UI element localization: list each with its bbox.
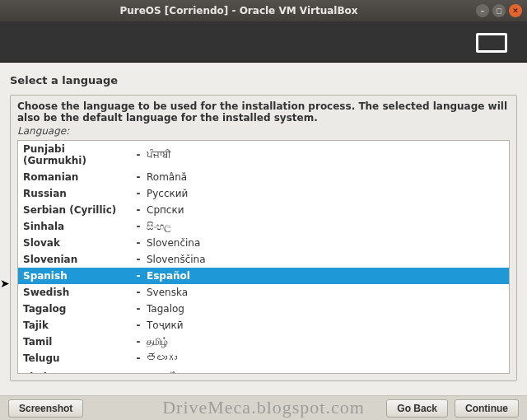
separator: - — [130, 371, 147, 374]
logo-placeholder-icon — [476, 33, 507, 53]
language-english-name: Romanian — [23, 171, 130, 183]
language-native-name: ภาษาไทย — [147, 369, 189, 373]
separator: - — [130, 188, 147, 199]
separator: - — [130, 320, 147, 331]
language-row[interactable]: Russian-Русский — [18, 185, 509, 202]
language-row[interactable]: Romanian-Română — [18, 169, 509, 185]
language-row[interactable]: Serbian (Cyrillic)-Српски — [18, 202, 509, 218]
language-english-name: Punjabi (Gurmukhi) — [23, 143, 130, 166]
language-row[interactable]: Spanish-Español — [18, 268, 509, 284]
language-english-name: Tamil — [23, 336, 130, 348]
language-row[interactable]: Slovak-Slovenčina — [18, 235, 509, 251]
language-native-name: Svenska — [147, 287, 188, 298]
page-title: Select a language — [10, 74, 517, 86]
screenshot-button[interactable]: Screenshot — [8, 399, 83, 418]
separator: - — [130, 237, 147, 249]
language-native-name: తెలుగు — [147, 352, 177, 364]
language-native-name: தமிழ் — [147, 336, 168, 348]
language-listbox: Punjabi (Gurmukhi)-ਪੰਜਾਬੀRomanian-Română… — [17, 140, 510, 374]
language-row[interactable]: Swedish-Svenska — [18, 284, 509, 301]
language-native-name: Español — [147, 270, 190, 282]
maximize-button[interactable]: ◻ — [492, 4, 506, 17]
bottom-toolbar: Screenshot Go Back Continue — [0, 395, 527, 420]
language-row[interactable]: Slovenian-Slovenščina — [18, 251, 509, 268]
separator: - — [130, 149, 147, 161]
language-english-name: Sinhala — [23, 221, 130, 232]
language-scroll-area[interactable]: Punjabi (Gurmukhi)-ਪੰਜਾਬੀRomanian-Română… — [18, 141, 509, 373]
separator: - — [130, 221, 147, 232]
separator: - — [130, 171, 147, 183]
separator: - — [130, 204, 147, 216]
continue-button[interactable]: Continue — [455, 399, 519, 418]
language-list-label: Language: — [17, 125, 510, 137]
language-row[interactable]: Sinhala-සිංහල — [18, 218, 509, 235]
window-titlebar: PureOS [Corriendo] - Oracle VM VirtualBo… — [0, 0, 527, 21]
language-native-name: සිංහල — [147, 221, 171, 232]
language-english-name: Slovak — [23, 237, 130, 249]
separator: - — [130, 254, 147, 265]
language-english-name: Swedish — [23, 287, 130, 298]
language-native-name: ਪੰਜਾਬੀ — [147, 149, 171, 161]
language-row[interactable]: Punjabi (Gurmukhi)-ਪੰਜਾਬੀ — [18, 141, 509, 169]
language-native-name: Română — [147, 171, 187, 183]
separator: - — [130, 336, 147, 348]
instruction-text: Choose the language to be used for the i… — [17, 100, 510, 124]
language-native-name: Slovenčina — [147, 237, 200, 249]
close-button[interactable]: ✕ — [509, 4, 522, 17]
language-native-name: Српски — [147, 204, 184, 216]
language-native-name: Тоҷикӣ — [147, 320, 184, 331]
separator: - — [130, 303, 147, 315]
language-row[interactable]: Thai-ภาษาไทย — [18, 366, 509, 373]
separator: - — [130, 287, 147, 298]
language-row[interactable]: Tajik-Тоҷикӣ — [18, 317, 509, 334]
language-row[interactable]: Tamil-தமிழ் — [18, 334, 509, 350]
separator: - — [130, 270, 147, 282]
installer-content: Select a language Choose the language to… — [0, 63, 527, 395]
language-english-name: Slovenian — [23, 254, 130, 265]
language-native-name: Русский — [147, 188, 188, 199]
language-english-name: Spanish — [23, 270, 130, 282]
language-english-name: Thai — [23, 371, 130, 374]
language-english-name: Russian — [23, 188, 130, 199]
language-row[interactable]: Telugu-తెలుగు — [18, 350, 509, 366]
language-row[interactable]: Tagalog-Tagalog — [18, 301, 509, 317]
installer-header-band — [0, 21, 527, 63]
window-title: PureOS [Corriendo] - Oracle VM VirtualBo… — [5, 5, 473, 16]
go-back-button[interactable]: Go Back — [386, 399, 448, 418]
language-native-name: Tagalog — [147, 303, 184, 315]
separator: - — [130, 352, 147, 364]
language-chooser-panel: Choose the language to be used for the i… — [10, 95, 517, 381]
language-native-name: Slovenščina — [147, 254, 206, 265]
language-english-name: Serbian (Cyrillic) — [23, 204, 130, 216]
minimize-button[interactable]: – — [476, 4, 489, 17]
language-english-name: Tagalog — [23, 303, 130, 315]
language-english-name: Telugu — [23, 352, 130, 364]
language-english-name: Tajik — [23, 320, 130, 331]
